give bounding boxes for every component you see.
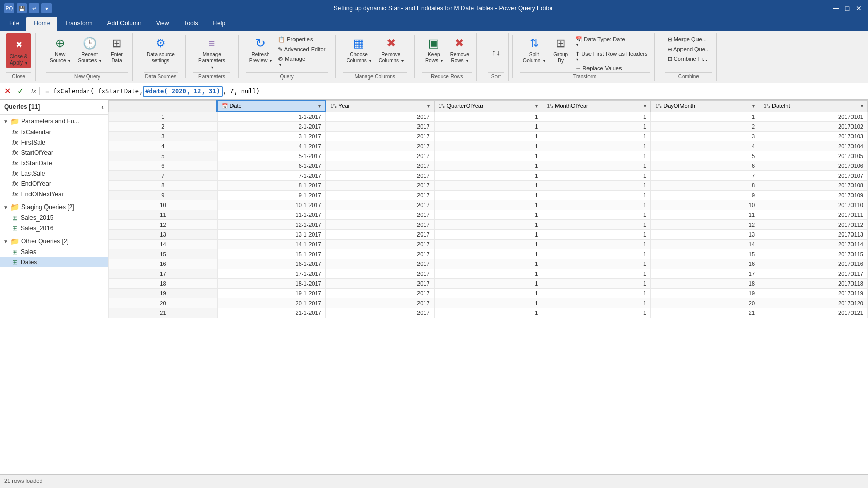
tab-help[interactable]: Help: [205, 17, 233, 31]
ribbon-content: ✖ Close &Apply ▾ Close ⊕ NewSource ▾ 🕒 R…: [0, 31, 868, 83]
col-sort-year-icon[interactable]: ▾: [427, 103, 430, 109]
table-cell: 10: [651, 200, 760, 210]
enter-data-label: EnterData: [111, 52, 123, 64]
formula-input[interactable]: = fxCalendar( fxStartDate, #date( 2020, …: [42, 86, 866, 97]
table-row: 11-1-2017201711120170101: [109, 112, 868, 122]
query-item-Sales[interactable]: ⊞ Sales: [0, 247, 108, 257]
table-cell: 1: [434, 122, 542, 132]
group-close-items: ✖ Close &Apply ▾: [6, 33, 31, 72]
properties-button[interactable]: 📋 Properties: [276, 35, 328, 44]
query-item-LastSale[interactable]: fx LastSale: [0, 168, 108, 179]
table-cell: 2017: [326, 240, 434, 249]
merge-queries-button[interactable]: ⊞ Merge Que...: [665, 35, 709, 44]
query-group-other-header[interactable]: ▼ 📁 Other Queries [2]: [0, 235, 108, 247]
use-first-row-button[interactable]: ⬆ Use First Row as Headers ▾: [573, 50, 649, 63]
keep-rows-button[interactable]: ▣ KeepRows ▾: [422, 33, 446, 66]
formula-confirm-button[interactable]: ✓: [15, 86, 26, 96]
combine-files-button[interactable]: ⊞ Combine Fi...: [665, 55, 709, 64]
maximize-button[interactable]: □: [842, 3, 853, 13]
main-area: Queries [11] ‹ ▼ 📁 Parameters and Fu... …: [0, 100, 868, 474]
col-type-year-icon: 1²₃: [330, 103, 337, 109]
close-button[interactable]: ✕: [854, 3, 864, 13]
datasource-settings-button[interactable]: ⚙ Data sourcesettings: [144, 33, 178, 66]
query-item-Sales2016[interactable]: ⊞ Sales_2016: [0, 223, 108, 233]
col-sort-day-icon[interactable]: ▾: [752, 103, 755, 109]
recent-sources-button[interactable]: 🕒 RecentSources ▾: [74, 33, 104, 66]
remove-columns-button[interactable]: ✖ RemoveColumns ▾: [376, 33, 407, 66]
table-cell: 20170111: [760, 210, 868, 220]
query-item-FirstSale[interactable]: fx FirstSale: [0, 137, 108, 148]
formula-cancel-button[interactable]: ✕: [2, 86, 13, 96]
split-column-button[interactable]: ⇅ SplitColumn ▾: [520, 33, 548, 66]
enter-data-button[interactable]: ⊞ EnterData: [105, 33, 128, 66]
table-cell: 11: [651, 210, 760, 220]
col-header-date[interactable]: 📅 Date ▾: [217, 100, 326, 112]
queries-panel-collapse-button[interactable]: ‹: [101, 103, 104, 111]
tab-home[interactable]: Home: [26, 17, 57, 31]
col-type-date-icon: 📅: [222, 103, 228, 109]
col-header-year[interactable]: 1²₃ Year ▾: [326, 100, 434, 112]
col-header-date-inner: 📅 Date: [222, 103, 241, 109]
manage-parameters-button[interactable]: ≡ ManageParameters ▾: [193, 33, 230, 72]
query-item-fxCalendar[interactable]: fx fxCalendar: [0, 127, 108, 137]
new-source-button[interactable]: ⊕ NewSource ▾: [47, 33, 73, 66]
group-transform: ⇅ SplitColumn ▾ ⊞ GroupBy 📅 Data Type: D…: [516, 33, 655, 81]
col-header-dateint[interactable]: 1²₃ DateInt ▾: [760, 100, 868, 112]
sort-asc-button[interactable]: ↑↓: [488, 46, 504, 59]
query-item-StartOfYear[interactable]: fx StartOfYear: [0, 148, 108, 158]
col-header-day[interactable]: 1²₃ DayOfMonth ▾: [651, 100, 760, 112]
tab-file[interactable]: File: [2, 17, 26, 31]
table-cell: 20170110: [760, 200, 868, 210]
group-manage-columns-label: Manage Columns: [343, 72, 407, 81]
col-header-month[interactable]: 1²₃ MonthOfYear ▾: [542, 100, 651, 112]
query-item-EndOfYear[interactable]: fx EndOfYear: [0, 179, 108, 189]
query-item-Sales-label: Sales: [21, 248, 36, 256]
tab-transform[interactable]: Transform: [57, 17, 100, 31]
query-item-Sales2015[interactable]: ⊞ Sales_2015: [0, 213, 108, 223]
row-number: 16: [109, 259, 218, 269]
col-sort-quarter-icon[interactable]: ▾: [535, 103, 538, 109]
query-item-Dates[interactable]: ⊞ Dates: [0, 257, 108, 267]
query-group-parameters-header[interactable]: ▼ 📁 Parameters and Fu...: [0, 116, 108, 127]
query-group-staging-header[interactable]: ▼ 📁 Staging Queries [2]: [0, 201, 108, 213]
tab-tools[interactable]: Tools: [176, 17, 205, 31]
close-apply-button[interactable]: ✖ Close &Apply ▾: [6, 33, 31, 68]
col-sort-dateint-icon[interactable]: ▾: [861, 103, 863, 109]
data-type-button[interactable]: 📅 Data Type: Date ▾: [573, 35, 649, 49]
group-by-button[interactable]: ⊞ GroupBy: [549, 33, 572, 66]
refresh-preview-button[interactable]: ↻ RefreshPreview ▾: [246, 33, 275, 66]
formula-highlight: #date( 2020, 12, 31): [143, 86, 223, 97]
dropdown-icon[interactable]: ▾: [41, 3, 52, 13]
col-header-quarter[interactable]: 1²₃ QuarterOfYear ▾: [434, 100, 542, 112]
group-new-query: ⊕ NewSource ▾ 🕒 RecentSources ▾ ⊞ EnterD…: [42, 33, 133, 81]
table-cell: 2017: [326, 298, 434, 308]
minimize-button[interactable]: ─: [831, 3, 841, 13]
group-data-sources: ⚙ Data sourcesettings Data Sources: [140, 33, 182, 81]
table-cell: 1: [434, 200, 542, 210]
replace-values-button[interactable]: ↔ Replace Values: [573, 64, 649, 72]
col-sort-month-icon[interactable]: ▾: [644, 103, 646, 109]
table-row: 1919-1-20172017111920170119: [109, 289, 868, 298]
table-row: 99-1-2017201711920170109: [109, 191, 868, 200]
advanced-editor-button[interactable]: ✎ Advanced Editor: [276, 45, 328, 54]
undo-icon[interactable]: ↩: [29, 3, 39, 13]
query-item-EndOfNextYear[interactable]: fx EndOfNextYear: [0, 189, 108, 199]
tab-add-column[interactable]: Add Column: [100, 17, 149, 31]
row-number: 2: [109, 122, 218, 132]
data-area: 📅 Date ▾ 1²₃ Year: [109, 100, 868, 474]
table-cell: 19-1-2017: [217, 289, 326, 298]
tab-view[interactable]: View: [149, 17, 177, 31]
query-item-fxStartDate[interactable]: fx fxStartDate: [0, 158, 108, 168]
manage-button[interactable]: ⚙ Manage ▾: [276, 55, 328, 68]
choose-columns-button[interactable]: ▦ ChooseColumns ▾: [343, 33, 374, 66]
append-query-button[interactable]: ⊕ Append Que...: [665, 45, 712, 54]
query-group-parameters-label: Parameters and Fu...: [21, 118, 80, 125]
col-sort-date-icon[interactable]: ▾: [318, 103, 321, 109]
remove-rows-button[interactable]: ✖ RemoveRows ▾: [447, 33, 472, 66]
table-row: 66-1-2017201711620170106: [109, 161, 868, 171]
table-icon: ⊞: [12, 248, 18, 256]
data-table-container[interactable]: 📅 Date ▾ 1²₃ Year: [109, 100, 868, 474]
status-bar: 21 rows loaded: [0, 474, 868, 486]
query-group-staging-label: Staging Queries [2]: [21, 203, 74, 211]
save-icon[interactable]: 💾: [17, 3, 27, 13]
